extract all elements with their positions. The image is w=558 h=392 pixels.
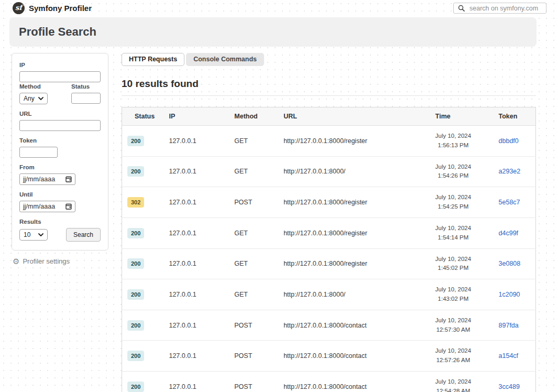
search-input[interactable] xyxy=(468,4,542,13)
table-row: 200 127.0.0.1 GET http://127.0.0.1:8000/… xyxy=(122,279,536,310)
table-row: 200 127.0.0.1 GET http://127.0.0.1:8000/… xyxy=(122,217,536,248)
url-label: URL xyxy=(19,111,101,117)
symfony-logo-icon: sf xyxy=(13,2,25,14)
ip-cell: 127.0.0.1 xyxy=(163,248,229,279)
token-link[interactable]: 5e58c7 xyxy=(499,199,520,206)
token-link[interactable]: a293e2 xyxy=(499,168,521,175)
app-title: Symfony Profiler xyxy=(29,4,92,13)
status-badge: 200 xyxy=(127,258,144,269)
url-cell: http://127.0.0.1:8000/register xyxy=(278,248,430,279)
ip-cell: 127.0.0.1 xyxy=(163,187,229,218)
time-cell: July 10, 20241:43:02 PM xyxy=(435,285,471,304)
calendar-icon[interactable] xyxy=(65,203,72,210)
results-select-value: 10 xyxy=(24,231,30,238)
time-cell: July 10, 20241:54:25 PM xyxy=(435,193,471,212)
top-bar: sf Symfony Profiler xyxy=(0,0,558,16)
method-cell: POST xyxy=(229,372,278,392)
status-badge: 200 xyxy=(127,228,144,238)
ip-field[interactable] xyxy=(19,71,101,82)
ip-cell: 127.0.0.1 xyxy=(163,310,229,341)
table-body: 200 127.0.0.1 GET http://127.0.0.1:8000/… xyxy=(122,126,536,392)
results-label: Results xyxy=(19,219,101,225)
site-search[interactable] xyxy=(453,3,546,14)
ip-cell: 127.0.0.1 xyxy=(163,156,229,187)
heading-divider xyxy=(122,95,536,96)
table-row: 200 127.0.0.1 GET http://127.0.0.1:8000/… xyxy=(122,156,536,187)
search-icon xyxy=(458,5,465,12)
profiler-settings-label: Profiler settings xyxy=(23,257,70,265)
token-field[interactable] xyxy=(19,147,58,158)
method-cell: GET xyxy=(229,217,278,248)
time-cell: July 10, 202412:54:28 AM xyxy=(435,377,471,392)
method-cell: GET xyxy=(229,156,278,187)
status-label: Status xyxy=(71,83,101,90)
results-select[interactable]: 10 xyxy=(19,229,48,241)
url-field[interactable] xyxy=(19,120,101,131)
url-cell: http://127.0.0.1:8000/contact xyxy=(278,310,430,341)
time-cell: July 10, 20241:56:13 PM xyxy=(435,132,471,150)
status-badge: 200 xyxy=(127,320,144,331)
status-badge: 200 xyxy=(127,136,144,146)
method-cell: GET xyxy=(229,126,278,157)
calendar-icon[interactable] xyxy=(65,176,72,182)
url-cell: http://127.0.0.1:8000/contact xyxy=(278,341,430,372)
ip-cell: 127.0.0.1 xyxy=(163,372,229,392)
tab-http-requests[interactable]: HTTP Requests xyxy=(122,53,184,66)
table-row: 200 127.0.0.1 POST http://127.0.0.1:8000… xyxy=(122,341,536,372)
method-cell: POST xyxy=(229,310,278,341)
status-field[interactable] xyxy=(71,93,101,104)
search-button[interactable]: Search xyxy=(66,228,101,242)
table-row: 200 127.0.0.1 POST http://127.0.0.1:8000… xyxy=(122,310,536,341)
token-link[interactable]: 3cc489 xyxy=(499,383,520,390)
chevron-down-icon xyxy=(38,233,43,236)
status-badge: 200 xyxy=(127,382,144,392)
token-link[interactable]: 1c2090 xyxy=(499,291,520,298)
time-cell: July 10, 20241:54:26 PM xyxy=(435,162,471,181)
url-cell: http://127.0.0.1:8000/ xyxy=(278,279,430,310)
token-link[interactable]: 897fda xyxy=(499,322,519,329)
method-cell: POST xyxy=(229,341,278,372)
gear-icon: ⚙ xyxy=(13,257,19,265)
status-badge: 200 xyxy=(127,351,144,361)
time-cell: July 10, 202412:57:26 AM xyxy=(435,346,471,365)
status-badge: 200 xyxy=(127,289,144,300)
method-select[interactable]: Any xyxy=(19,93,48,104)
column-header-token: Token xyxy=(494,107,536,126)
method-select-value: Any xyxy=(24,95,35,102)
token-label: Token xyxy=(19,137,101,144)
column-header-time: Time xyxy=(430,107,494,126)
ip-cell: 127.0.0.1 xyxy=(163,279,229,310)
ip-label: IP xyxy=(19,62,101,68)
until-label: Until xyxy=(19,191,101,198)
tab-console-commands[interactable]: Console Commands xyxy=(186,53,264,66)
time-cell: July 10, 20241:54:14 PM xyxy=(435,224,471,243)
from-date-placeholder: jj/mm/aaaa xyxy=(23,176,55,183)
url-cell: http://127.0.0.1:8000/register xyxy=(278,126,430,157)
page-title: Profile Search xyxy=(19,25,96,39)
brand: sf Symfony Profiler xyxy=(13,2,92,14)
tabs: HTTP Requests Console Commands xyxy=(122,53,536,66)
table-header-row: Status IP Method URL Time Token xyxy=(122,107,536,126)
time-cell: July 10, 20241:45:02 PM xyxy=(435,255,471,274)
table-row: 200 127.0.0.1 POST http://127.0.0.1:8000… xyxy=(122,372,536,392)
page-header-band: Profile Search xyxy=(9,17,537,47)
token-link[interactable]: dbbdf0 xyxy=(499,137,519,145)
search-filters-panel: IP Method Any Status URL xyxy=(12,53,108,251)
url-cell: http://127.0.0.1:8000/register xyxy=(278,217,430,248)
status-badge: 200 xyxy=(127,166,144,177)
token-link[interactable]: a154cf xyxy=(499,352,519,360)
table-row: 200 127.0.0.1 GET http://127.0.0.1:8000/… xyxy=(122,126,536,157)
profiler-settings-link[interactable]: ⚙ Profiler settings xyxy=(13,257,108,265)
method-cell: GET xyxy=(229,248,278,279)
url-cell: http://127.0.0.1:8000/contact xyxy=(278,372,430,392)
until-date-placeholder: jj/mm/aaaa xyxy=(23,203,55,210)
column-header-url: URL xyxy=(278,107,430,126)
token-link[interactable]: d4c99f xyxy=(499,230,519,237)
token-link[interactable]: 3e0808 xyxy=(499,260,521,267)
column-header-method: Method xyxy=(229,107,278,126)
from-label: From xyxy=(19,164,101,170)
url-cell: http://127.0.0.1:8000/register xyxy=(278,187,430,218)
until-date-input[interactable]: jj/mm/aaaa xyxy=(19,201,75,212)
method-cell: POST xyxy=(229,187,278,218)
from-date-input[interactable]: jj/mm/aaaa xyxy=(19,173,75,185)
